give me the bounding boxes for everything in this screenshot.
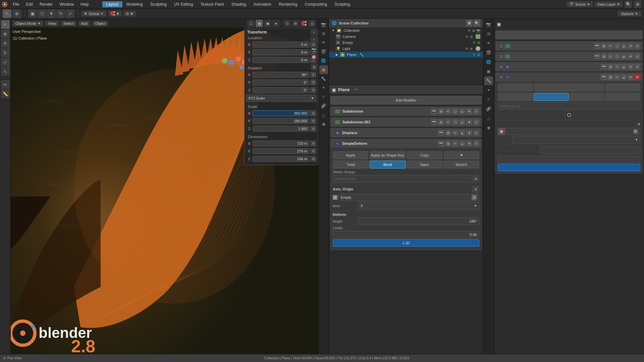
prop-physics-icon[interactable]: ⚛ xyxy=(319,93,328,101)
shading-wireframe[interactable]: ⬡ xyxy=(247,20,255,27)
dim-z-field[interactable]: 146 m xyxy=(253,156,310,162)
right-ao-options[interactable]: ⊕ xyxy=(637,122,640,126)
disp-edit-btn[interactable]: ✏ xyxy=(452,130,458,136)
outliner-item-plane[interactable]: ▶ ▣ Plane 🔧 👁 🖥 xyxy=(329,52,483,58)
scale-z-field[interactable]: 1.000 xyxy=(253,126,310,132)
right-disp-dn[interactable]: ▼ xyxy=(628,64,634,70)
sub-x-btn[interactable]: ✕ xyxy=(473,108,479,114)
ri-material[interactable]: ◉ xyxy=(484,123,493,132)
right-disp-rndr[interactable]: 🖥 xyxy=(607,64,613,70)
outliner-item-camera[interactable]: 📷 Camera 👁 🖥 xyxy=(329,34,483,40)
right-disp-cam[interactable]: 📷 xyxy=(601,64,607,70)
3d-viewport[interactable]: 人人素材社区 www.rrcg.cn 人人素材社区 www.rrcg.cn 人人… xyxy=(11,19,318,354)
workspace-animation[interactable]: Animation xyxy=(250,1,275,7)
object-name-edit[interactable]: ✏ xyxy=(355,87,358,92)
prop-render-icon[interactable]: 📷 xyxy=(319,20,328,29)
twist-button[interactable]: Twist xyxy=(333,161,369,169)
rotation-z-field[interactable]: 0° xyxy=(253,87,310,93)
workspace-modeling[interactable]: Modeling xyxy=(123,1,146,7)
prop-object-icon[interactable]: ▣ xyxy=(319,65,328,74)
right-add-modifier-btn[interactable] xyxy=(495,31,643,39)
menu-edit[interactable]: Edit xyxy=(22,1,36,7)
right-twist-btn[interactable] xyxy=(498,93,533,101)
right-sub1-rndr[interactable]: 🖥 xyxy=(601,53,607,59)
bend-button[interactable]: Bend xyxy=(370,161,406,169)
workspace-sculpting[interactable]: Sculpting xyxy=(147,1,170,7)
right-socket-icon[interactable] xyxy=(565,111,573,119)
right-disp-edit[interactable]: ✏ xyxy=(614,64,620,70)
outliner-search[interactable]: 🔍 xyxy=(474,20,480,26)
dim-z-copy[interactable]: ⎘ xyxy=(310,156,316,162)
right-sd-rndr[interactable]: 🖥 xyxy=(607,74,613,80)
toolbar-btn-1[interactable]: ▣ xyxy=(28,9,37,18)
right-angle-field[interactable] xyxy=(540,146,640,154)
right-origin-eyedropper[interactable]: 🎯 xyxy=(498,128,505,135)
location-y-field[interactable]: 0 m xyxy=(253,49,310,55)
right-sub1-cage[interactable]: ⬡ xyxy=(614,53,620,59)
rotation-y-copy[interactable]: ⎘ xyxy=(310,79,316,85)
right-sub-edit[interactable]: ✏ xyxy=(607,43,613,49)
origin-clear-btn[interactable]: ✕ xyxy=(472,195,477,200)
workspace-uv[interactable]: UV Editing xyxy=(171,1,197,7)
outliner-item-collection[interactable]: ▼ 📁 Collection 👁 🖥 📷 xyxy=(329,27,483,34)
ri-data[interactable]: △ xyxy=(484,114,493,123)
sub1-up-btn[interactable]: ▲ xyxy=(459,119,465,125)
stretch-button[interactable]: Stretch xyxy=(443,161,479,169)
vertex-group-field[interactable]: vertex group xyxy=(333,175,471,182)
object-mode-dropdown[interactable]: Object Mode ▼ xyxy=(13,21,43,26)
proportional-edit[interactable]: ◎ ▼ xyxy=(124,11,136,16)
sub-render-btn[interactable]: 🖥 xyxy=(438,108,444,114)
sd-x-btn[interactable]: ✕ xyxy=(473,140,479,146)
workspace-compositing[interactable]: Compositing xyxy=(301,1,330,7)
ri-physics[interactable]: ⚛ xyxy=(484,95,493,104)
transform-orientation[interactable]: ⊕ Global ▼ xyxy=(82,11,106,16)
right-vg-field[interactable]: vertex group xyxy=(498,102,640,110)
right-sub-dn[interactable]: ▼ xyxy=(628,43,634,49)
ri-particles[interactable]: ✦ xyxy=(484,86,493,95)
prop-view-icon[interactable]: 👁 xyxy=(319,38,328,47)
object-menu[interactable]: Object xyxy=(92,21,108,26)
vp-zoom-in[interactable]: + xyxy=(311,29,317,36)
right-sd-dn[interactable]: ▼ xyxy=(628,74,634,80)
shading-material[interactable]: ◉ xyxy=(264,20,271,27)
sub-realtime-btn[interactable]: 📷 xyxy=(431,108,437,114)
right-limit-max-field[interactable] xyxy=(498,164,640,171)
workspace-scripting[interactable]: Scripting xyxy=(331,1,354,7)
apply-shape-key-button[interactable]: Apply as Shape Key xyxy=(370,151,405,159)
sd-edit-btn[interactable]: ✏ xyxy=(452,140,458,146)
sub-up-btn[interactable]: ▲ xyxy=(459,108,465,114)
location-z-field[interactable]: 0 m xyxy=(253,57,310,63)
rotation-mode-dropdown[interactable]: XYZ Euler ▼ xyxy=(246,95,316,102)
taper-button[interactable]: Taper xyxy=(407,161,443,169)
toolbar-btn-4[interactable]: ↻ xyxy=(56,9,65,18)
right-sd-del[interactable]: ✕ xyxy=(634,74,640,80)
ri-output[interactable]: ⊞ xyxy=(484,29,493,38)
right-apply-shape-btn[interactable] xyxy=(534,83,604,92)
ri-constraints[interactable]: 🔗 xyxy=(484,105,493,113)
search-button[interactable]: 🔍 xyxy=(625,1,632,8)
ri-scene[interactable]: 🎬 xyxy=(484,48,493,57)
prop-material-icon[interactable]: ◉ xyxy=(319,120,328,128)
right-sub-cage[interactable]: ⬡ xyxy=(614,43,620,49)
outliner-item-empty[interactable]: ⊕ Empty 👁 🖥 xyxy=(329,40,483,46)
select-tool[interactable]: ↖ xyxy=(3,9,11,18)
sub1-cage-btn[interactable]: ⬡ xyxy=(452,119,458,125)
disp-x-btn[interactable]: ✕ xyxy=(473,130,479,136)
sd-realtime-btn[interactable]: 📷 xyxy=(438,140,444,146)
prop-data-icon[interactable]: △ xyxy=(319,111,328,119)
sub1-render-btn[interactable]: 🖥 xyxy=(438,119,444,125)
toolbar-btn-2[interactable]: ⬡ xyxy=(38,9,46,18)
right-taper-btn[interactable] xyxy=(570,93,605,101)
transform-tool[interactable]: ⤡ xyxy=(1,67,10,76)
angle-field[interactable]: 180° xyxy=(358,218,479,225)
right-sub1-cam[interactable]: 📷 xyxy=(594,53,600,59)
prop-world-icon[interactable]: 🌐 xyxy=(319,56,328,65)
right-origin-dropdown[interactable]: ✕ xyxy=(506,128,640,135)
disp-realtime-btn[interactable]: 📷 xyxy=(438,130,444,136)
limit-min-field[interactable]: 0.00 xyxy=(333,231,479,238)
outliner-filter[interactable]: ⚙ xyxy=(466,20,473,26)
dim-x-field[interactable]: 720 m xyxy=(253,140,310,146)
disp-render-btn[interactable]: 🖥 xyxy=(445,130,451,136)
add-menu[interactable]: Add xyxy=(78,21,91,26)
right-apply-btn[interactable] xyxy=(498,83,533,92)
